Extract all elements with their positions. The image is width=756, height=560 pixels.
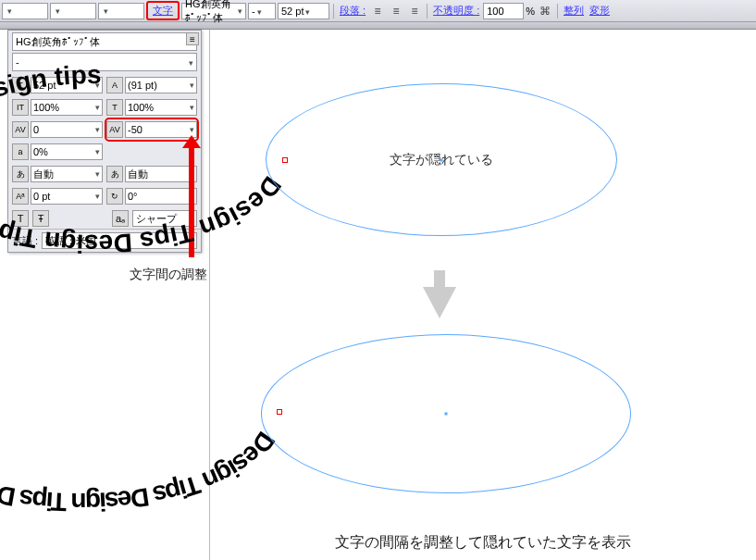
align-right-icon[interactable]: ≡ (406, 3, 423, 19)
font-size-select[interactable]: 52 pt (278, 3, 329, 19)
figure1-caption: 文字が隠れている (390, 152, 493, 168)
chevron-down-icon (187, 56, 193, 68)
kerning-icon: AV (12, 121, 29, 138)
divider (557, 4, 558, 19)
baseline-pt-field[interactable]: Aª 0 pt (12, 186, 103, 206)
align-left-icon[interactable]: ≡ (369, 3, 386, 19)
rotate-field[interactable]: ↻ 0° (106, 186, 197, 206)
auto1-field[interactable]: あ 自動 (12, 164, 103, 184)
down-arrow-icon (423, 287, 456, 318)
svg-text:Design Tips Design Tips Design: Design Tips Design Tips Design Tips Desi… (0, 330, 280, 516)
stroke-weight[interactable] (98, 3, 144, 19)
path-anchor[interactable] (282, 157, 288, 163)
aa-icon[interactable]: aₐ (112, 210, 129, 227)
auto-icon: あ (106, 166, 123, 182)
character-panel: ≡ HG創英角ﾎﾟｯﾌﾟ体 - T 52 pt A (91 pt) IT 100… (7, 30, 202, 253)
tracking-icon: AV (106, 121, 123, 138)
paragraph-menu[interactable]: 段落 : (338, 4, 367, 18)
fill-swatch[interactable] (2, 3, 48, 19)
moji-menu[interactable]: 文字 (151, 5, 175, 16)
auto2-field[interactable]: あ 自動 (106, 164, 197, 184)
font-family-select[interactable]: HG創英角ﾎﾟｯﾌﾟ体 (181, 3, 246, 19)
baseline-icon: Aª (12, 188, 29, 205)
panel-menu-button[interactable]: ≡ (186, 32, 199, 45)
chain-icon[interactable]: ⌘ (537, 3, 553, 19)
path-anchor[interactable] (277, 409, 282, 415)
figure2-caption: 文字の間隔を調整して隠れていた文字を表示 (210, 533, 756, 553)
transform-menu[interactable]: 変形 (588, 4, 612, 18)
moji-menu-highlight: 文字 (146, 1, 180, 20)
figure-1[interactable]: Design Tips Design Tips Design Tips Desi… (247, 67, 636, 252)
baseline-pct-icon: a (12, 143, 29, 160)
divider (333, 4, 334, 19)
hscale-icon: T (106, 99, 123, 116)
options-bar: 文字 HG創英角ﾎﾟｯﾌﾟ体 - 52 pt 段落 : ≡ ≡ ≡ 不透明度 :… (0, 0, 756, 22)
vscale-field[interactable]: IT 100% (12, 97, 103, 118)
align-menu[interactable]: 整列 (562, 4, 586, 18)
divider (427, 4, 428, 19)
sub-toolbar (0, 22, 756, 30)
figure-2[interactable]: Design Tips Design Tips Design Tips Desi… (238, 317, 654, 511)
baseline-shift-field[interactable]: a 0% (12, 142, 103, 162)
leading-field[interactable]: A (91 pt) (106, 75, 197, 95)
leading-icon: A (106, 77, 123, 93)
artboard[interactable]: Design Tips Design Tips Design Tips Desi… (209, 30, 756, 560)
vscale-icon: IT (12, 99, 29, 116)
ellipse-path-1[interactable]: 文字が隠れている (266, 83, 617, 236)
ellipse-path-2[interactable] (261, 334, 631, 493)
stroke-swatch[interactable] (50, 3, 96, 19)
f-icon[interactable]: Ŧ (32, 210, 49, 227)
kerning-field[interactable]: AV 0 (12, 119, 103, 140)
auto-icon: あ (12, 166, 29, 182)
align-center-icon[interactable]: ≡ (388, 3, 404, 19)
opacity-input[interactable]: 100 (483, 3, 524, 19)
opacity-unit: % (526, 6, 535, 17)
rotate-icon: ↻ (106, 188, 123, 205)
panel-font-family[interactable]: HG創英角ﾎﾟｯﾌﾟ体 (12, 32, 197, 51)
opacity-menu[interactable]: 不透明度 : (431, 4, 481, 18)
font-style-select[interactable]: - (248, 3, 276, 19)
tracking-annotation-label: 文字間の調整 (130, 267, 207, 283)
hscale-field[interactable]: T 100% (106, 97, 197, 118)
